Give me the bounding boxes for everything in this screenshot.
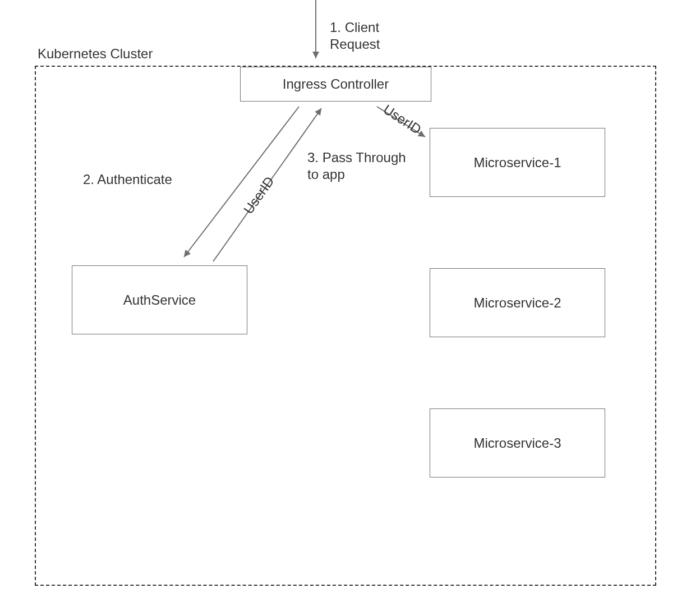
node-authservice: AuthService [72,265,247,334]
node-microservice-3: Microservice-3 [430,408,605,477]
node-label: Microservice-3 [473,435,561,451]
edge-label-pass-through: 3. Pass Through to app [307,149,406,183]
edge-label-client-request: 1. Client Request [330,19,380,53]
edge-label-line: 3. Pass Through [307,149,406,166]
diagram-canvas: Kubernetes Cluster Ingress Controller Au… [0,0,700,597]
node-label: Ingress Controller [283,76,389,92]
node-microservice-2: Microservice-2 [430,268,605,337]
node-microservice-1: Microservice-1 [430,128,605,197]
edge-label-authenticate: 2. Authenticate [83,171,172,188]
cluster-label: Kubernetes Cluster [38,46,153,62]
node-label: Microservice-2 [473,295,561,311]
node-label: Microservice-1 [473,155,561,171]
node-label: AuthService [123,292,196,308]
edge-label-line: 1. Client [330,19,380,36]
edge-label-line: Request [330,36,380,53]
node-ingress-controller: Ingress Controller [240,67,431,102]
edge-label-line: to app [307,166,406,183]
